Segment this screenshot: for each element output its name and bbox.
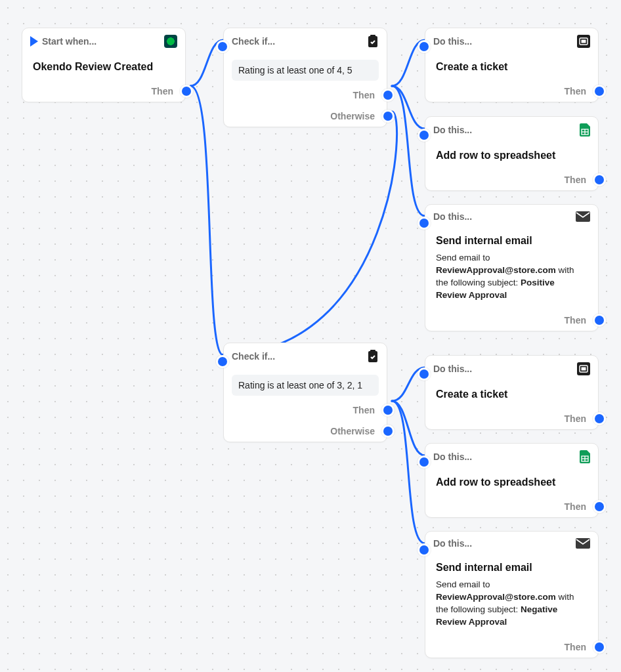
trigger-header-label: Start when...	[42, 36, 96, 47]
action-description: Send email to ReviewApproval@store.com w…	[433, 579, 590, 633]
action-header-label: Do this...	[433, 36, 472, 47]
port-then[interactable]: Then	[425, 169, 598, 190]
connector-port-in[interactable]	[418, 217, 431, 230]
ticket-icon	[577, 362, 590, 375]
connector-port[interactable]	[381, 404, 395, 417]
condition-header-label: Check if...	[232, 351, 275, 362]
port-then[interactable]: Then	[425, 496, 598, 517]
condition-rule: Rating is at least one of 3, 2, 1	[232, 375, 379, 396]
okendo-icon	[164, 35, 177, 48]
port-then[interactable]: Then	[425, 408, 598, 429]
sheets-icon	[580, 123, 590, 136]
condition-node-2[interactable]: Check if... Rating is at least one of 3,…	[223, 343, 387, 442]
action-description: Send email to ReviewApproval@store.com w…	[433, 252, 590, 306]
mail-icon	[576, 538, 590, 549]
svg-rect-1	[370, 35, 375, 37]
svg-rect-8	[576, 211, 590, 222]
clipboard-check-icon	[367, 35, 379, 48]
action-add-row-2[interactable]: Do this... Add row to spreadsheet Then	[425, 443, 599, 518]
condition-rule: Rating is at least one of 4, 5	[232, 60, 379, 81]
trigger-title: Okendo Review Created	[30, 60, 177, 77]
svg-rect-10	[370, 350, 375, 352]
action-title: Send internal email	[433, 560, 590, 578]
port-then[interactable]: Then	[224, 85, 387, 106]
sheets-icon	[580, 450, 590, 463]
port-otherwise[interactable]: Otherwise	[224, 421, 387, 442]
action-title: Create a ticket	[433, 60, 590, 77]
action-title: Create a ticket	[433, 387, 590, 404]
ticket-icon	[577, 35, 590, 48]
play-icon	[30, 36, 38, 47]
connector-port-in[interactable]	[418, 455, 431, 469]
action-email-positive[interactable]: Do this... Send internal email Send emai…	[425, 204, 599, 331]
action-create-ticket-2[interactable]: Do this... Create a ticket Then	[425, 355, 599, 430]
port-then[interactable]: Then	[22, 81, 185, 102]
workflow-canvas[interactable]: Start when... Okendo Review Created Then…	[0, 0, 621, 672]
condition-header-label: Check if...	[232, 36, 275, 47]
connector-port[interactable]	[593, 500, 606, 513]
connector-port-in[interactable]	[216, 355, 229, 368]
connector-port[interactable]	[593, 85, 606, 98]
action-header-label: Do this...	[433, 364, 472, 374]
connector-port[interactable]	[381, 110, 395, 123]
action-email-negative[interactable]: Do this... Send internal email Send emai…	[425, 531, 599, 658]
condition-node-1[interactable]: Check if... Rating is at least one of 4,…	[223, 28, 387, 127]
svg-rect-0	[368, 36, 377, 47]
connector-port[interactable]	[593, 314, 606, 327]
action-header-label: Do this...	[433, 125, 472, 135]
port-then[interactable]: Then	[425, 637, 598, 658]
action-header-label: Do this...	[433, 211, 472, 222]
connector-port-in[interactable]	[418, 40, 431, 53]
clipboard-check-icon	[367, 350, 379, 363]
action-title: Send internal email	[433, 234, 590, 251]
port-otherwise[interactable]: Otherwise	[224, 106, 387, 127]
action-add-row-1[interactable]: Do this... Add row to spreadsheet Then	[425, 116, 599, 191]
mail-icon	[576, 211, 590, 222]
action-title: Add row to spreadsheet	[433, 148, 590, 165]
connector-port[interactable]	[180, 85, 193, 98]
action-create-ticket-1[interactable]: Do this... Create a ticket Then	[425, 28, 599, 102]
connector-port-in[interactable]	[216, 40, 229, 53]
svg-rect-17	[576, 538, 590, 549]
port-then[interactable]: Then	[425, 81, 598, 102]
connector-port[interactable]	[381, 425, 395, 438]
trigger-node[interactable]: Start when... Okendo Review Created Then	[22, 28, 186, 102]
svg-rect-9	[368, 351, 377, 362]
action-title: Add row to spreadsheet	[433, 475, 590, 492]
port-then[interactable]: Then	[224, 400, 387, 421]
connector-port[interactable]	[381, 89, 395, 102]
connector-port[interactable]	[593, 173, 606, 186]
svg-rect-4	[582, 40, 586, 43]
connector-port[interactable]	[593, 640, 606, 654]
connector-port-in[interactable]	[418, 543, 431, 556]
svg-rect-13	[582, 368, 586, 371]
action-header-label: Do this...	[433, 452, 472, 462]
action-header-label: Do this...	[433, 538, 472, 549]
connector-port[interactable]	[593, 412, 606, 425]
connector-port-in[interactable]	[418, 368, 431, 381]
port-then[interactable]: Then	[425, 310, 598, 331]
connector-port-in[interactable]	[418, 129, 431, 142]
